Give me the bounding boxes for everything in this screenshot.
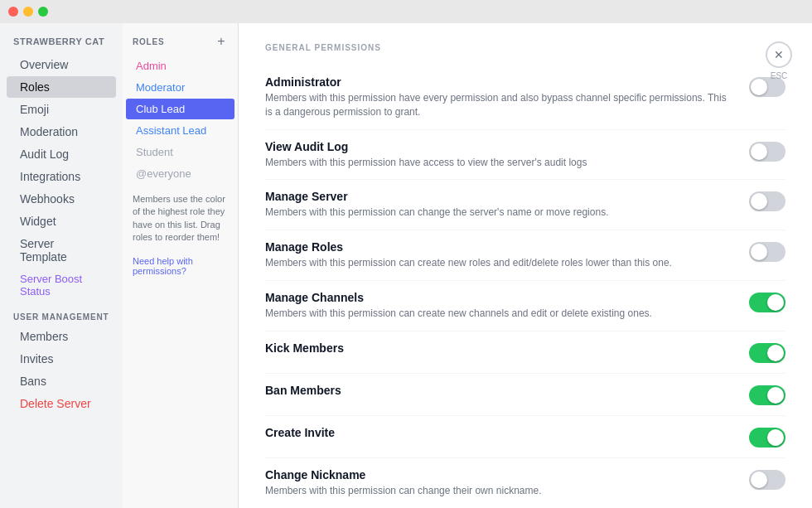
role-club-lead[interactable]: Club Lead [126, 99, 234, 119]
permission-name-ban-members: Ban Members [265, 384, 736, 397]
permission-row-ban-members: Ban Members [265, 374, 785, 416]
toggle-thumb-change-nickname [751, 472, 767, 488]
role-assistant-lead[interactable]: Assistant Lead [126, 120, 234, 141]
role-everyone[interactable]: @everyone [126, 163, 234, 184]
permission-name-manage-roles: Manage Roles [265, 240, 736, 254]
toggle-track-change-nickname[interactable] [749, 470, 785, 490]
permission-info-view-audit-log: View Audit LogMembers with this permissi… [265, 140, 736, 170]
toggle-ban-members[interactable] [749, 385, 785, 405]
roles-panel: Roles + Admin Moderator Club Lead Assist… [123, 23, 239, 508]
permission-name-change-nickname: Change Nickname [265, 468, 736, 481]
permission-info-manage-channels: Manage ChannelsMembers with this permiss… [265, 291, 736, 321]
permission-info-administrator: AdministratorMembers with this permissio… [265, 75, 736, 119]
sidebar-item-delete-server[interactable]: Delete Server [7, 393, 116, 414]
sidebar-item-bans[interactable]: Bans [7, 370, 116, 392]
sidebar-item-invites[interactable]: Invites [7, 348, 116, 370]
toggle-manage-server[interactable] [749, 191, 785, 211]
permission-row-manage-roles: Manage RolesMembers with this permission… [265, 230, 785, 281]
permission-row-create-invite: Create Invite [265, 416, 785, 458]
toggle-thumb-create-invite [767, 429, 784, 446]
toggle-thumb-ban-members [767, 387, 784, 404]
role-admin[interactable]: Admin [126, 56, 234, 76]
roles-header: Roles + [123, 31, 238, 55]
permission-name-manage-server: Manage Server [265, 190, 736, 203]
toggle-track-manage-roles[interactable] [749, 242, 785, 262]
permissions-list: AdministratorMembers with this permissio… [265, 65, 785, 508]
sidebar: Strawberry Cat Overview Roles Emoji Mode… [0, 23, 123, 508]
permission-row-manage-channels: Manage ChannelsMembers with this permiss… [265, 281, 785, 331]
permission-info-manage-server: Manage ServerMembers with this permissio… [265, 190, 736, 220]
permission-name-create-invite: Create Invite [265, 426, 736, 439]
permission-info-manage-roles: Manage RolesMembers with this permission… [265, 240, 736, 270]
toggle-track-manage-channels[interactable] [749, 293, 785, 312]
permission-row-manage-server: Manage ServerMembers with this permissio… [265, 180, 785, 230]
toggle-thumb-manage-server [751, 193, 767, 210]
permission-desc-manage-roles: Members with this permission can create … [265, 256, 736, 270]
toggle-manage-roles[interactable] [749, 242, 785, 262]
minimize-dot[interactable] [23, 7, 33, 17]
roles-help-link[interactable]: Need help with permissions? [123, 253, 238, 279]
sidebar-item-members[interactable]: Members [7, 326, 116, 347]
sidebar-item-integrations[interactable]: Integrations [7, 166, 116, 187]
permission-info-ban-members: Ban Members [265, 384, 736, 399]
sidebar-item-widget[interactable]: Widget [7, 210, 116, 232]
role-student[interactable]: Student [126, 142, 234, 162]
toggle-create-invite[interactable] [749, 428, 785, 448]
sidebar-item-emoji[interactable]: Emoji [7, 99, 116, 120]
toggle-thumb-kick-members [767, 345, 784, 361]
permission-desc-administrator: Members with this permission have every … [265, 91, 736, 119]
esc-label: ESC [771, 71, 788, 80]
permission-desc-view-audit-log: Members with this permission have access… [265, 156, 736, 170]
permission-name-kick-members: Kick Members [265, 341, 736, 355]
permission-row-view-audit-log: View Audit LogMembers with this permissi… [265, 130, 785, 181]
titlebar [0, 0, 812, 23]
toggle-track-ban-members[interactable] [749, 385, 785, 405]
permission-desc-manage-server: Members with this permission can change … [265, 206, 736, 220]
roles-hint: Members use the color of the highest rol… [123, 185, 238, 253]
permission-info-create-invite: Create Invite [265, 426, 736, 442]
main-content: General Permissions AdministratorMembers… [239, 23, 812, 508]
toggle-thumb-manage-channels [767, 294, 784, 311]
role-moderator[interactable]: Moderator [126, 77, 234, 98]
user-management-label: User Management [0, 302, 123, 325]
toggle-kick-members[interactable] [749, 343, 785, 363]
sidebar-item-overview[interactable]: Overview [7, 54, 116, 75]
toggle-track-view-audit-log[interactable] [749, 142, 785, 162]
add-role-button[interactable]: + [215, 35, 228, 48]
sidebar-item-server-template[interactable]: Server Template [7, 233, 116, 268]
esc-button[interactable]: ✕ ESC [766, 41, 792, 80]
permission-row-administrator: AdministratorMembers with this permissio… [265, 65, 785, 130]
toggle-track-manage-server[interactable] [749, 191, 785, 211]
toggle-thumb-view-audit-log [751, 143, 767, 160]
permission-name-administrator: Administrator [265, 75, 736, 89]
sidebar-item-boost[interactable]: Server Boost Status [7, 269, 116, 302]
permissions-section-label: General Permissions [265, 43, 785, 52]
toggle-track-create-invite[interactable] [749, 428, 785, 448]
permission-row-kick-members: Kick Members [265, 331, 785, 374]
sidebar-item-audit-log[interactable]: Audit Log [7, 143, 116, 165]
permission-desc-manage-channels: Members with this permission can create … [265, 307, 736, 321]
sidebar-item-moderation[interactable]: Moderation [7, 121, 116, 143]
sidebar-item-roles[interactable]: Roles [7, 76, 116, 98]
permission-name-manage-channels: Manage Channels [265, 291, 736, 304]
close-dot[interactable] [8, 7, 18, 17]
toggle-thumb-administrator [751, 79, 767, 95]
server-name: Strawberry Cat [0, 36, 123, 53]
esc-icon[interactable]: ✕ [766, 41, 792, 68]
toggle-track-kick-members[interactable] [749, 343, 785, 363]
permission-info-kick-members: Kick Members [265, 341, 736, 357]
permission-desc-change-nickname: Members with this permission can change … [265, 484, 736, 498]
permission-name-view-audit-log: View Audit Log [265, 140, 736, 153]
permission-row-change-nickname: Change NicknameMembers with this permiss… [265, 458, 785, 508]
toggle-change-nickname[interactable] [749, 470, 785, 490]
roles-header-label: Roles [133, 37, 164, 46]
sidebar-item-webhooks[interactable]: Webhooks [7, 188, 116, 210]
toggle-thumb-manage-roles [751, 244, 767, 260]
maximize-dot[interactable] [38, 7, 48, 17]
toggle-view-audit-log[interactable] [749, 142, 785, 162]
toggle-manage-channels[interactable] [749, 293, 785, 312]
permission-info-change-nickname: Change NicknameMembers with this permiss… [265, 468, 736, 498]
